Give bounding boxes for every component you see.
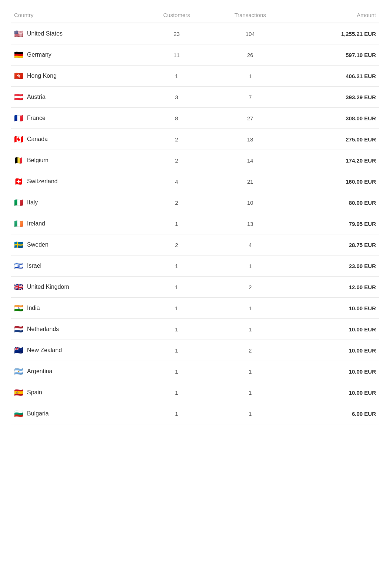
amount-cell: 597.10 EUR (287, 44, 379, 66)
country-name: Netherlands (27, 326, 59, 333)
customers-cell: 1 (140, 277, 214, 298)
table-row: 🇦🇹 Austria 3 7 393.29 EUR (11, 87, 379, 108)
country-name: United States (27, 30, 63, 37)
amount-cell: 10.00 EUR (287, 340, 379, 361)
amount-cell: 275.00 EUR (287, 129, 379, 150)
country-flag: 🇭🇰 (14, 72, 23, 80)
customers-cell: 1 (140, 255, 214, 277)
table-container: Country Customers Transactions Amount 🇺🇸… (0, 0, 390, 432)
country-cell: 🇨🇦 Canada (11, 129, 140, 150)
customers-cell: 1 (140, 298, 214, 319)
amount-cell: 1,255.21 EUR (287, 23, 379, 44)
table-row: 🇳🇿 New Zealand 1 2 10.00 EUR (11, 340, 379, 361)
table-row: 🇨🇦 Canada 2 18 275.00 EUR (11, 129, 379, 150)
country-name: Bulgaria (27, 410, 49, 417)
transactions-cell: 14 (214, 150, 287, 171)
customers-cell: 1 (140, 403, 214, 424)
country-name: India (27, 305, 40, 311)
transactions-cell: 4 (214, 234, 287, 255)
country-name: Belgium (27, 157, 48, 164)
table-row: 🇨🇭 Switzerland 4 21 160.00 EUR (11, 171, 379, 192)
country-cell: 🇦🇹 Austria (11, 87, 140, 108)
country-cell: 🇺🇸 United States (11, 23, 140, 44)
country-name: Israel (27, 263, 41, 269)
amount-cell: 12.00 EUR (287, 277, 379, 298)
country-flag: 🇮🇹 (14, 199, 23, 206)
country-name: Hong Kong (27, 73, 57, 79)
table-row: 🇫🇷 France 8 27 308.00 EUR (11, 108, 379, 129)
table-row: 🇬🇧 United Kingdom 1 2 12.00 EUR (11, 277, 379, 298)
table-row: 🇮🇹 Italy 2 10 80.00 EUR (11, 192, 379, 213)
country-flag: 🇬🇧 (14, 283, 23, 291)
table-row: 🇧🇪 Belgium 2 14 174.20 EUR (11, 150, 379, 171)
transactions-cell: 13 (214, 213, 287, 234)
table-row: 🇮🇱 Israel 1 1 23.00 EUR (11, 255, 379, 277)
transactions-cell: 21 (214, 171, 287, 192)
amount-cell: 80.00 EUR (287, 192, 379, 213)
customers-cell: 2 (140, 150, 214, 171)
header-amount: Amount (287, 7, 379, 23)
country-name: Canada (27, 136, 48, 143)
transactions-cell: 2 (214, 277, 287, 298)
customers-cell: 2 (140, 192, 214, 213)
amount-cell: 10.00 EUR (287, 298, 379, 319)
header-country: Country (11, 7, 140, 23)
country-cell: 🇦🇷 Argentina (11, 361, 140, 382)
country-cell: 🇸🇪 Sweden (11, 234, 140, 255)
customers-cell: 1 (140, 213, 214, 234)
header-customers: Customers (140, 7, 214, 23)
table-row: 🇧🇬 Bulgaria 1 1 6.00 EUR (11, 403, 379, 424)
country-flag: 🇨🇦 (14, 136, 23, 143)
country-cell: 🇧🇬 Bulgaria (11, 403, 140, 424)
transactions-cell: 1 (214, 382, 287, 403)
customers-cell: 1 (140, 361, 214, 382)
table-row: 🇺🇸 United States 23 104 1,255.21 EUR (11, 23, 379, 44)
country-flag: 🇦🇹 (14, 93, 23, 101)
customers-cell: 2 (140, 234, 214, 255)
transactions-cell: 1 (214, 319, 287, 340)
transactions-cell: 1 (214, 403, 287, 424)
country-name: Ireland (27, 220, 45, 227)
country-name: France (27, 115, 46, 121)
amount-cell: 10.00 EUR (287, 361, 379, 382)
country-flag: 🇮🇪 (14, 220, 23, 227)
amount-cell: 79.95 EUR (287, 213, 379, 234)
amount-cell: 28.75 EUR (287, 234, 379, 255)
table-row: 🇪🇸 Spain 1 1 10.00 EUR (11, 382, 379, 403)
customers-cell: 2 (140, 129, 214, 150)
table-row: 🇮🇳 India 1 1 10.00 EUR (11, 298, 379, 319)
country-cell: 🇳🇱 Netherlands (11, 319, 140, 340)
country-cell: 🇪🇸 Spain (11, 382, 140, 403)
country-name: Argentina (27, 368, 53, 375)
country-flag: 🇧🇬 (14, 410, 23, 417)
country-cell: 🇭🇰 Hong Kong (11, 66, 140, 87)
amount-cell: 406.21 EUR (287, 66, 379, 87)
country-cell: 🇳🇿 New Zealand (11, 340, 140, 361)
transactions-cell: 1 (214, 361, 287, 382)
table-row: 🇸🇪 Sweden 2 4 28.75 EUR (11, 234, 379, 255)
country-flag: 🇳🇿 (14, 347, 23, 354)
country-name: United Kingdom (27, 284, 69, 290)
amount-cell: 308.00 EUR (287, 108, 379, 129)
country-name: Italy (27, 199, 38, 206)
countries-table: Country Customers Transactions Amount 🇺🇸… (11, 7, 379, 424)
country-flag: 🇺🇸 (14, 30, 23, 37)
country-flag: 🇮🇱 (14, 262, 23, 270)
country-cell: 🇩🇪 Germany (11, 44, 140, 66)
transactions-cell: 27 (214, 108, 287, 129)
country-name: Austria (27, 94, 46, 100)
amount-cell: 393.29 EUR (287, 87, 379, 108)
customers-cell: 1 (140, 382, 214, 403)
customers-cell: 1 (140, 340, 214, 361)
transactions-cell: 104 (214, 23, 287, 44)
country-cell: 🇮🇳 India (11, 298, 140, 319)
country-cell: 🇨🇭 Switzerland (11, 171, 140, 192)
transactions-cell: 10 (214, 192, 287, 213)
country-cell: 🇮🇪 Ireland (11, 213, 140, 234)
country-name: New Zealand (27, 347, 62, 354)
country-flag: 🇨🇭 (14, 178, 23, 185)
country-flag: 🇳🇱 (14, 325, 23, 333)
customers-cell: 4 (140, 171, 214, 192)
country-flag: 🇸🇪 (14, 241, 23, 248)
country-flag: 🇧🇪 (14, 157, 23, 164)
